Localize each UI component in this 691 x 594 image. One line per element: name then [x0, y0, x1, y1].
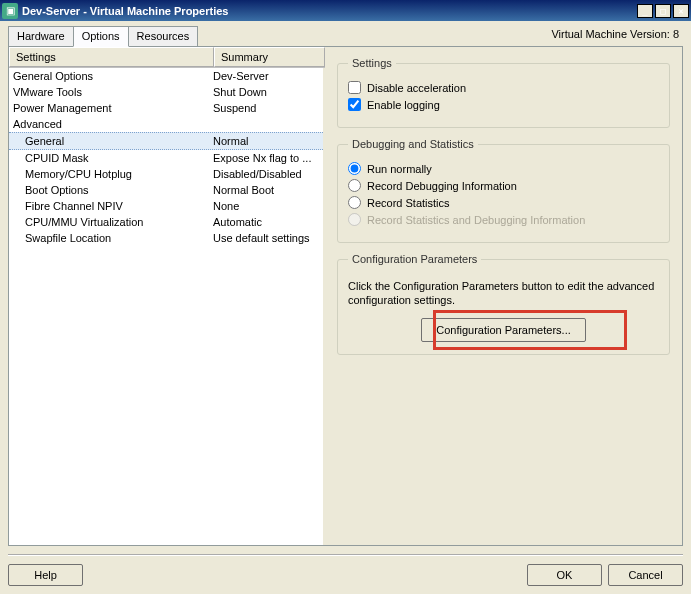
record-both-label: Record Statistics and Debugging Informat…: [367, 214, 585, 226]
header-settings[interactable]: Settings: [9, 47, 214, 67]
list-cell-name: CPU/MMU Virtualization: [25, 216, 213, 228]
list-cell-summary: Normal: [213, 135, 319, 147]
run-normally-label: Run normally: [367, 163, 432, 175]
list-cell-summary: Shut Down: [213, 86, 319, 98]
list-cell-summary: Disabled/Disabled: [213, 168, 319, 180]
enable-logging-label: Enable logging: [367, 99, 440, 111]
list-cell-name: CPUID Mask: [25, 152, 213, 164]
settings-legend: Settings: [348, 57, 396, 69]
run-normally-radio[interactable]: [348, 162, 361, 175]
tab-resources[interactable]: Resources: [128, 26, 199, 46]
debugging-group: Debugging and Statistics Run normally Re…: [337, 138, 670, 243]
list-cell-summary: [213, 118, 319, 130]
list-cell-name: Advanced: [13, 118, 213, 130]
enable-logging-checkbox[interactable]: [348, 98, 361, 111]
list-row[interactable]: Fibre Channel NPIVNone: [9, 198, 323, 214]
list-row[interactable]: VMware ToolsShut Down: [9, 84, 323, 100]
footer: Help OK Cancel: [8, 554, 683, 586]
record-debug-label: Record Debugging Information: [367, 180, 517, 192]
close-button[interactable]: ✕: [673, 4, 689, 18]
record-stats-label: Record Statistics: [367, 197, 450, 209]
titlebar: ▣ Dev-Server - Virtual Machine Propertie…: [0, 0, 691, 21]
version-label: Virtual Machine Version: 8: [551, 28, 679, 40]
list-row[interactable]: Memory/CPU HotplugDisabled/Disabled: [9, 166, 323, 182]
list-header: Settings Summary: [9, 47, 325, 68]
list-cell-name: Power Management: [13, 102, 213, 114]
list-cell-name: Boot Options: [25, 184, 213, 196]
list-cell-summary: Suspend: [213, 102, 319, 114]
list-cell-summary: Expose Nx flag to ...: [213, 152, 319, 164]
config-description: Click the Configuration Parameters butto…: [348, 279, 659, 308]
list-row[interactable]: General OptionsDev-Server: [9, 68, 323, 84]
list-cell-summary: Automatic: [213, 216, 319, 228]
cancel-button[interactable]: Cancel: [608, 564, 683, 586]
list-row[interactable]: GeneralNormal: [9, 132, 323, 150]
list-row[interactable]: Advanced: [9, 116, 323, 132]
vm-icon: ▣: [2, 3, 18, 19]
tab-options[interactable]: Options: [73, 26, 129, 47]
tab-hardware[interactable]: Hardware: [8, 26, 74, 46]
settings-group: Settings Disable acceleration Enable log…: [337, 57, 670, 128]
config-legend: Configuration Parameters: [348, 253, 481, 265]
window-title: Dev-Server - Virtual Machine Properties: [22, 5, 637, 17]
list-row[interactable]: CPUID MaskExpose Nx flag to ...: [9, 150, 323, 166]
disable-acceleration-label: Disable acceleration: [367, 82, 466, 94]
list-cell-summary: Use default settings: [213, 232, 319, 244]
debugging-legend: Debugging and Statistics: [348, 138, 478, 150]
list-cell-summary: Dev-Server: [213, 70, 319, 82]
record-debug-radio[interactable]: [348, 179, 361, 192]
settings-list: Settings Summary General OptionsDev-Serv…: [9, 47, 325, 545]
list-cell-name: General Options: [13, 70, 213, 82]
config-params-group: Configuration Parameters Click the Confi…: [337, 253, 670, 355]
record-stats-radio[interactable]: [348, 196, 361, 209]
help-button[interactable]: Help: [8, 564, 83, 586]
list-row[interactable]: Power ManagementSuspend: [9, 100, 323, 116]
list-row[interactable]: Swapfile LocationUse default settings: [9, 230, 323, 246]
list-cell-summary: Normal Boot: [213, 184, 319, 196]
maximize-button[interactable]: □: [655, 4, 671, 18]
list-cell-name: Swapfile Location: [25, 232, 213, 244]
list-cell-summary: None: [213, 200, 319, 212]
list-cell-name: Fibre Channel NPIV: [25, 200, 213, 212]
list-row[interactable]: Boot OptionsNormal Boot: [9, 182, 323, 198]
record-both-radio: [348, 213, 361, 226]
minimize-button[interactable]: _: [637, 4, 653, 18]
ok-button[interactable]: OK: [527, 564, 602, 586]
detail-panel: Settings Disable acceleration Enable log…: [325, 47, 682, 545]
list-row[interactable]: CPU/MMU VirtualizationAutomatic: [9, 214, 323, 230]
list-cell-name: Memory/CPU Hotplug: [25, 168, 213, 180]
list-cell-name: VMware Tools: [13, 86, 213, 98]
header-summary[interactable]: Summary: [214, 47, 325, 67]
config-params-button[interactable]: Configuration Parameters...: [421, 318, 586, 342]
list-cell-name: General: [25, 135, 213, 147]
disable-acceleration-checkbox[interactable]: [348, 81, 361, 94]
